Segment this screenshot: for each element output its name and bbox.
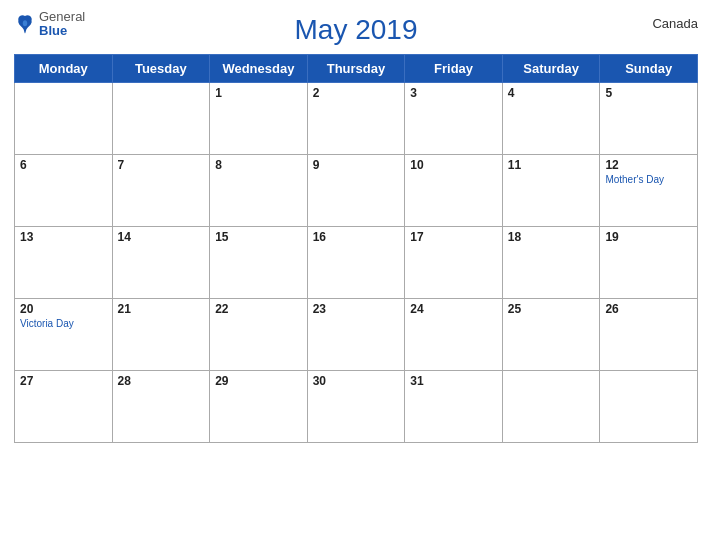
calendar-cell: 5 xyxy=(600,83,698,155)
day-number: 4 xyxy=(508,86,595,100)
calendar-cell: 21 xyxy=(112,299,210,371)
day-number: 2 xyxy=(313,86,400,100)
calendar-cell: 10 xyxy=(405,155,503,227)
calendar-title: May 2019 xyxy=(295,14,418,46)
week-row-4: 20Victoria Day212223242526 xyxy=(15,299,698,371)
weekday-header-monday: Monday xyxy=(15,55,113,83)
country-label: Canada xyxy=(652,16,698,31)
calendar-cell: 3 xyxy=(405,83,503,155)
day-number: 11 xyxy=(508,158,595,172)
day-number: 19 xyxy=(605,230,692,244)
day-number: 7 xyxy=(118,158,205,172)
week-row-5: 2728293031 xyxy=(15,371,698,443)
calendar-table: MondayTuesdayWednesdayThursdayFridaySatu… xyxy=(14,54,698,443)
calendar-cell: 29 xyxy=(210,371,308,443)
calendar-cell: 27 xyxy=(15,371,113,443)
day-number: 23 xyxy=(313,302,400,316)
svg-point-0 xyxy=(23,21,27,27)
logo-area: General Blue xyxy=(14,10,85,39)
calendar-cell: 8 xyxy=(210,155,308,227)
calendar-cell: 9 xyxy=(307,155,405,227)
calendar-cell: 1 xyxy=(210,83,308,155)
weekday-header-tuesday: Tuesday xyxy=(112,55,210,83)
calendar-cell: 11 xyxy=(502,155,600,227)
day-number: 18 xyxy=(508,230,595,244)
calendar-cell xyxy=(112,83,210,155)
logo-general-text: General xyxy=(39,10,85,24)
logo-icon xyxy=(14,13,36,35)
calendar-cell: 4 xyxy=(502,83,600,155)
holiday-label: Victoria Day xyxy=(20,318,107,330)
calendar-container: General Blue May 2019 Canada MondayTuesd… xyxy=(0,0,712,550)
calendar-cell: 22 xyxy=(210,299,308,371)
calendar-cell: 17 xyxy=(405,227,503,299)
weekday-header-thursday: Thursday xyxy=(307,55,405,83)
day-number: 25 xyxy=(508,302,595,316)
holiday-label: Mother's Day xyxy=(605,174,692,186)
day-number: 10 xyxy=(410,158,497,172)
weekday-header-row: MondayTuesdayWednesdayThursdayFridaySatu… xyxy=(15,55,698,83)
day-number: 16 xyxy=(313,230,400,244)
day-number: 14 xyxy=(118,230,205,244)
calendar-cell: 20Victoria Day xyxy=(15,299,113,371)
calendar-cell: 25 xyxy=(502,299,600,371)
calendar-cell xyxy=(600,371,698,443)
calendar-cell: 24 xyxy=(405,299,503,371)
calendar-cell: 28 xyxy=(112,371,210,443)
day-number: 5 xyxy=(605,86,692,100)
day-number: 22 xyxy=(215,302,302,316)
calendar-cell: 6 xyxy=(15,155,113,227)
calendar-cell: 26 xyxy=(600,299,698,371)
day-number: 21 xyxy=(118,302,205,316)
calendar-cell xyxy=(15,83,113,155)
day-number: 15 xyxy=(215,230,302,244)
calendar-cell: 31 xyxy=(405,371,503,443)
weekday-header-sunday: Sunday xyxy=(600,55,698,83)
weekday-header-saturday: Saturday xyxy=(502,55,600,83)
day-number: 13 xyxy=(20,230,107,244)
calendar-cell: 23 xyxy=(307,299,405,371)
calendar-cell: 30 xyxy=(307,371,405,443)
calendar-cell: 14 xyxy=(112,227,210,299)
calendar-cell: 15 xyxy=(210,227,308,299)
calendar-cell: 19 xyxy=(600,227,698,299)
day-number: 1 xyxy=(215,86,302,100)
day-number: 28 xyxy=(118,374,205,388)
logo-blue-text: Blue xyxy=(39,24,85,38)
day-number: 6 xyxy=(20,158,107,172)
day-number: 20 xyxy=(20,302,107,316)
day-number: 3 xyxy=(410,86,497,100)
calendar-header: General Blue May 2019 Canada xyxy=(14,10,698,46)
calendar-cell: 7 xyxy=(112,155,210,227)
day-number: 9 xyxy=(313,158,400,172)
calendar-cell: 16 xyxy=(307,227,405,299)
weekday-header-wednesday: Wednesday xyxy=(210,55,308,83)
weekday-header-friday: Friday xyxy=(405,55,503,83)
day-number: 12 xyxy=(605,158,692,172)
week-row-3: 13141516171819 xyxy=(15,227,698,299)
day-number: 29 xyxy=(215,374,302,388)
day-number: 31 xyxy=(410,374,497,388)
week-row-2: 6789101112Mother's Day xyxy=(15,155,698,227)
day-number: 30 xyxy=(313,374,400,388)
day-number: 26 xyxy=(605,302,692,316)
calendar-cell xyxy=(502,371,600,443)
day-number: 24 xyxy=(410,302,497,316)
calendar-cell: 2 xyxy=(307,83,405,155)
calendar-cell: 18 xyxy=(502,227,600,299)
day-number: 8 xyxy=(215,158,302,172)
calendar-cell: 13 xyxy=(15,227,113,299)
week-row-1: 12345 xyxy=(15,83,698,155)
day-number: 27 xyxy=(20,374,107,388)
calendar-cell: 12Mother's Day xyxy=(600,155,698,227)
day-number: 17 xyxy=(410,230,497,244)
